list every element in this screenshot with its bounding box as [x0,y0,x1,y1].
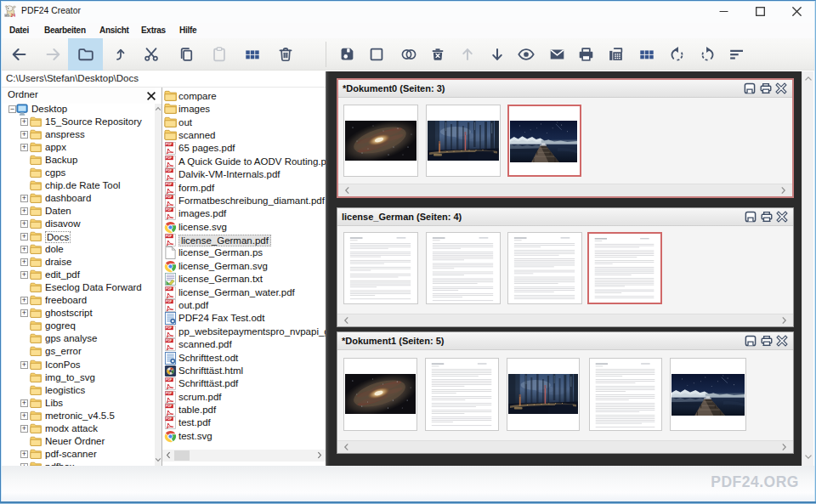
svg-text:PDF: PDF [166,418,173,422]
svg-text:PDF: PDF [166,405,173,408]
svg-text:PDF: PDF [166,156,173,160]
svg-text:PDF: PDF [166,235,173,238]
svg-text:PDF: PDF [166,326,173,330]
svg-text:PDF: PDF [166,183,173,186]
svg-text:PDF: PDF [166,392,173,395]
svg-text:24: 24 [11,14,16,18]
svg-text:PDF: PDF [166,195,173,199]
svg-text:PDF: PDF [166,169,173,173]
svg-text:PDF: PDF [166,209,173,212]
svg-text:PDF: PDF [166,300,173,303]
svg-text:PDF: PDF [5,14,10,17]
svg-text:PDF: PDF [166,379,173,382]
svg-text:PDF: PDF [166,144,173,147]
svg-text:PDF: PDF [166,339,173,343]
svg-text:PDF: PDF [166,287,173,291]
